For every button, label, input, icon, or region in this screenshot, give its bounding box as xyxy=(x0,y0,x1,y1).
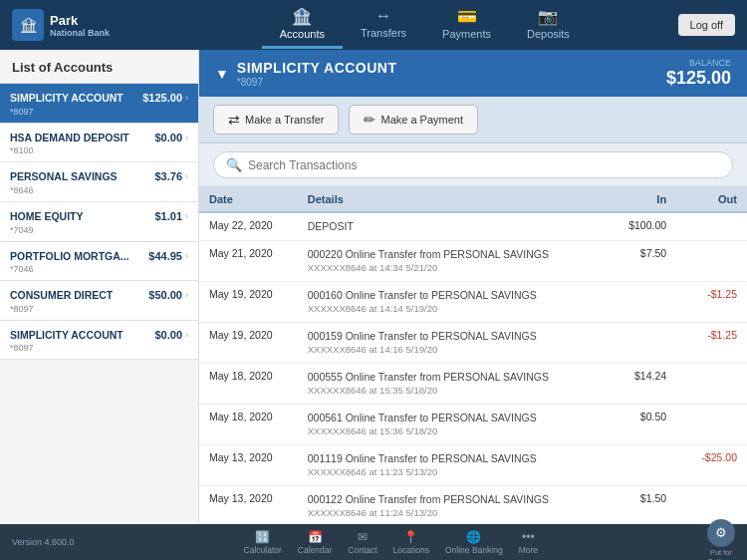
account-item-simplicity-2[interactable]: SIMPLICITY ACCOUNT *8097 $0.00 › xyxy=(0,321,198,361)
logo-area: 🏦 Park National Bank xyxy=(12,9,171,41)
footer-label-locations: Locations xyxy=(393,545,429,555)
make-payment-button[interactable]: ✏ Make a Payment xyxy=(349,105,478,135)
footer-label-online-banking: Online Banking xyxy=(445,545,503,555)
chevron-right-icon: › xyxy=(185,211,188,221)
table-row: May 18, 2020 000555 Online Transfer from… xyxy=(199,363,747,404)
cell-in: $7.50 xyxy=(606,240,676,281)
account-detail-name: SIMPLICITY ACCOUNT xyxy=(237,60,397,76)
cell-details: 000220 Online Transfer from PERSONAL SAV… xyxy=(298,240,607,281)
settings-button[interactable]: ⚙ xyxy=(707,519,735,547)
cell-date: May 18, 2020 xyxy=(199,363,298,404)
footer-label-contact: Contact xyxy=(348,545,376,555)
table-row: May 13, 2020 000122 Online Transfer from… xyxy=(199,485,747,524)
nav-tabs: 🏦 Accounts ↔ Transfers 💳 Payments 📷 Depo… xyxy=(171,1,678,49)
account-item-portfolio[interactable]: PORTFOLIO MORTGA... *7046 $44.95 › xyxy=(0,242,198,282)
chevron-right-icon: › xyxy=(185,93,188,103)
balance-label: Balance xyxy=(666,58,731,68)
account-num: *8097 xyxy=(10,343,124,353)
footer-label-calendar: Calendar xyxy=(298,545,333,555)
account-detail-balance-area: Balance $125.00 xyxy=(666,58,731,89)
account-balance: $50.00 xyxy=(148,289,182,301)
footer-label-more: More xyxy=(519,545,538,555)
cell-details: 001119 Online Transfer to PERSONAL SAVIN… xyxy=(298,444,607,485)
cell-out: -$1.25 xyxy=(676,322,747,363)
footer-item-calculator[interactable]: 🔢 Calculator xyxy=(244,530,282,555)
footer-label-calculator: Calculator xyxy=(244,545,282,555)
chevron-right-icon: › xyxy=(185,290,188,300)
logout-button[interactable]: Log off xyxy=(678,14,735,36)
account-item-personal-savings[interactable]: PERSONAL SAVINGS *8646 $3.76 › xyxy=(0,162,198,202)
account-item-home-equity[interactable]: HOME EQUITY *7049 $1.01 › xyxy=(0,202,198,242)
header: 🏦 Park National Bank 🏦 Accounts ↔ Transf… xyxy=(0,0,747,50)
account-balance: $0.00 xyxy=(154,329,182,341)
bank-logo-icon: 🏦 xyxy=(12,9,44,41)
chevron-right-icon: › xyxy=(185,133,188,142)
account-name: HOME EQUITY xyxy=(10,210,84,224)
collapse-icon[interactable]: ▼ xyxy=(215,66,229,82)
account-item-hsa[interactable]: HSA DEMAND DEPOSIT *8100 $0.00 › xyxy=(0,124,198,163)
payments-icon: 💳 xyxy=(457,7,477,26)
transactions-table: Date Details In Out May 22, 2020 DEPOSIT… xyxy=(199,187,747,524)
tab-payments[interactable]: 💳 Payments xyxy=(424,1,509,49)
footer-item-calendar[interactable]: 📅 Calendar xyxy=(298,530,333,555)
account-num: *8100 xyxy=(10,145,129,155)
cell-out: -$25.00 xyxy=(676,444,747,485)
account-balance: $0.00 xyxy=(154,132,182,143)
accounts-sidebar: List of Accounts SIMPLICITY ACCOUNT *809… xyxy=(0,50,199,524)
cell-in: $1.50 xyxy=(606,485,676,524)
account-name: CONSUMER DIRECT xyxy=(10,289,113,303)
table-row: May 18, 2020 000561 Online Transfer to P… xyxy=(199,404,747,444)
col-date: Date xyxy=(199,187,298,212)
transfer-btn-icon: ⇄ xyxy=(228,112,240,128)
table-header-row: Date Details In Out xyxy=(199,187,747,212)
locations-icon: 📍 xyxy=(403,530,418,544)
tab-deposits[interactable]: 📷 Deposits xyxy=(509,1,588,49)
account-num: *8646 xyxy=(10,185,118,195)
action-buttons-bar: ⇄ Make a Transfer ✏ Make a Payment xyxy=(199,97,747,143)
chevron-right-icon: › xyxy=(185,251,188,261)
account-detail-header: ▼ SIMPLICITY ACCOUNT *8097 Balance $125.… xyxy=(199,50,747,97)
account-content: ▼ SIMPLICITY ACCOUNT *8097 Balance $125.… xyxy=(199,50,747,524)
cell-in: $100.00 xyxy=(606,212,676,240)
chevron-right-icon: › xyxy=(185,330,188,340)
cell-details: 000159 Online Transfer to PERSONAL SAVIN… xyxy=(298,322,607,363)
cell-details: 000122 Online Transfer from PERSONAL SAV… xyxy=(298,485,607,524)
cell-in xyxy=(606,444,676,485)
search-input[interactable] xyxy=(248,158,720,172)
footer-item-more[interactable]: ••• More xyxy=(519,530,538,555)
account-name: PERSONAL SAVINGS xyxy=(10,170,118,184)
cell-date: May 22, 2020 xyxy=(199,212,298,240)
footer-item-locations[interactable]: 📍 Locations xyxy=(393,530,429,555)
main-layout: List of Accounts SIMPLICITY ACCOUNT *809… xyxy=(0,50,747,524)
footer-nav: 🔢 Calculator 📅 Calendar ✉ Contact 📍 Loca… xyxy=(244,530,539,555)
cell-in: $0.50 xyxy=(606,404,676,444)
account-num: *7046 xyxy=(10,264,129,274)
account-item-simplicity-active[interactable]: SIMPLICITY ACCOUNT *8097 $125.00 › xyxy=(0,84,198,124)
table-row: May 13, 2020 001119 Online Transfer to P… xyxy=(199,444,747,485)
search-bar: 🔍 xyxy=(199,143,747,187)
transactions-body: May 22, 2020 DEPOSIT $100.00 May 21, 202… xyxy=(199,212,747,524)
cell-details: 000555 Online Transfer from PERSONAL SAV… xyxy=(298,363,607,404)
version-text: Version 4.600.0 xyxy=(12,537,75,547)
cell-out xyxy=(676,363,747,404)
footer-item-contact[interactable]: ✉ Contact xyxy=(348,530,376,555)
account-name: SIMPLICITY ACCOUNT xyxy=(10,92,124,106)
cell-out: -$1.25 xyxy=(676,281,747,322)
footer-item-online-banking[interactable]: 🌐 Online Banking xyxy=(445,530,503,555)
sidebar-title: List of Accounts xyxy=(0,50,198,84)
account-balance: $125.00 xyxy=(142,92,182,104)
footer: Version 4.600.0 🔢 Calculator 📅 Calendar … xyxy=(0,524,747,560)
cell-details: 000561 Online Transfer to PERSONAL SAVIN… xyxy=(298,404,607,444)
account-item-consumer-direct[interactable]: CONSUMER DIRECT *8097 $50.00 › xyxy=(0,281,198,321)
chevron-right-icon: › xyxy=(185,171,188,181)
cell-date: May 13, 2020 xyxy=(199,444,298,485)
logo-name: Park xyxy=(50,13,110,28)
account-balance: $3.76 xyxy=(154,170,182,182)
cell-date: May 21, 2020 xyxy=(199,240,298,281)
make-transfer-button[interactable]: ⇄ Make a Transfer xyxy=(213,105,339,135)
balance-amount: $125.00 xyxy=(666,68,731,89)
tab-transfers[interactable]: ↔ Transfers xyxy=(343,1,424,49)
col-in: In xyxy=(606,187,676,212)
tab-accounts[interactable]: 🏦 Accounts xyxy=(262,1,343,49)
cell-in xyxy=(606,322,676,363)
